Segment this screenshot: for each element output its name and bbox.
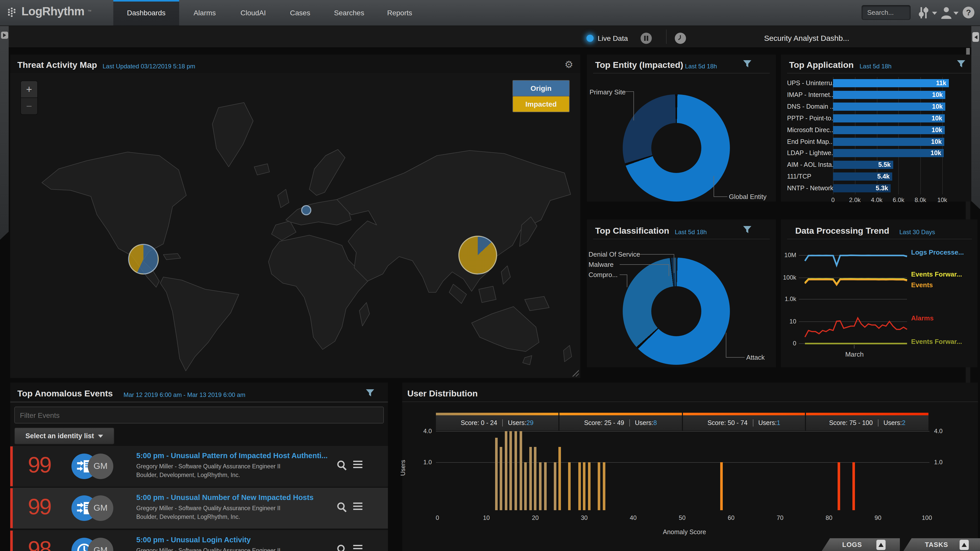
ud-histogram-bar[interactable] bbox=[558, 447, 561, 510]
nav-tab-cases[interactable]: Cases bbox=[278, 0, 322, 25]
trend-line-chart[interactable] bbox=[799, 232, 911, 352]
map-settings-gear-icon[interactable]: ⚙ bbox=[565, 59, 573, 70]
ud-histogram-bar[interactable] bbox=[519, 431, 522, 510]
help-icon[interactable]: ? bbox=[963, 6, 974, 18]
event-title[interactable]: 5:00 pm - Unusual Number of New Impacted… bbox=[136, 493, 313, 502]
logs-tab[interactable]: LOGS bbox=[822, 538, 900, 551]
app-bar[interactable]: 10k bbox=[833, 91, 945, 99]
app-bar[interactable]: 11k bbox=[833, 79, 949, 87]
map-marker-north-america[interactable] bbox=[128, 244, 159, 275]
classification-segment-label: Denial Of Service bbox=[589, 251, 640, 258]
expand-case-icon[interactable] bbox=[1, 32, 8, 39]
event-details-icon[interactable] bbox=[353, 503, 363, 512]
identity-list-dropdown[interactable]: Select an identity list bbox=[14, 427, 115, 445]
ud-histogram-bar[interactable] bbox=[510, 431, 512, 510]
nav-tab-searches[interactable]: Searches bbox=[322, 0, 376, 25]
time-range-icon[interactable] bbox=[675, 33, 686, 44]
top-entity-filter-icon[interactable] bbox=[743, 60, 752, 69]
event-search-icon[interactable] bbox=[336, 502, 348, 516]
ud-histogram-bar[interactable] bbox=[720, 462, 722, 510]
app-bar[interactable]: 10k bbox=[833, 149, 944, 157]
logo-text: LogRhythm bbox=[21, 5, 84, 18]
ud-histogram-bar[interactable] bbox=[554, 462, 556, 510]
ud-histogram-bar[interactable] bbox=[568, 462, 571, 510]
ud-histogram-bar[interactable] bbox=[544, 462, 546, 510]
app-bar-value: 5.4k bbox=[877, 173, 892, 180]
event-title[interactable]: 5:00 pm - Unusual Pattern of Impacted Ho… bbox=[136, 451, 328, 460]
top-application-bar-chart[interactable]: 02.0k4.0k6.0k8.0k10kUPS - Uninterru...11… bbox=[781, 55, 977, 202]
event-avatar: GM bbox=[88, 495, 113, 521]
ud-histogram-bar[interactable] bbox=[539, 462, 542, 510]
nav-tab-dashboards[interactable]: Dashboards bbox=[113, 0, 179, 25]
collapse-inspector-icon[interactable] bbox=[972, 32, 979, 42]
app-bar[interactable]: 10k bbox=[833, 138, 944, 146]
user-icon[interactable] bbox=[940, 6, 953, 19]
app-bar[interactable]: 10k bbox=[833, 103, 945, 111]
app-bar[interactable]: 5.3k bbox=[833, 184, 891, 192]
tasks-tab[interactable]: TASKS bbox=[904, 538, 980, 551]
app-xtick: 8.0k bbox=[910, 197, 931, 203]
ud-histogram-bar[interactable] bbox=[534, 447, 537, 510]
top-classification-filter-icon[interactable] bbox=[743, 225, 752, 235]
event-person: Gregory Miller - Software Quality Assura… bbox=[136, 505, 280, 511]
map-zoom-in-button[interactable]: + bbox=[21, 81, 38, 98]
ud-histogram-bar[interactable] bbox=[495, 437, 497, 510]
sliders-caret-icon[interactable] bbox=[932, 12, 937, 15]
event-search-icon[interactable] bbox=[336, 544, 348, 551]
ud-histogram-bar[interactable] bbox=[514, 431, 517, 510]
ud-histogram-bar[interactable] bbox=[588, 462, 590, 510]
event-row[interactable]: 99GM5:00 pm - Unusual Number of New Impa… bbox=[10, 488, 388, 529]
app-category-label: AIM - AOL Insta... bbox=[787, 162, 834, 168]
logs-expand-icon[interactable] bbox=[877, 540, 886, 550]
ud-histogram-bar[interactable] bbox=[529, 447, 531, 510]
ud-histogram-bar[interactable] bbox=[578, 462, 581, 510]
ud-histogram-bar[interactable] bbox=[852, 462, 855, 510]
map-marker-east-asia[interactable] bbox=[458, 236, 497, 275]
nav-tab-alarms[interactable]: Alarms bbox=[181, 0, 228, 25]
event-score: 99 bbox=[22, 494, 56, 519]
entity-label-connector bbox=[624, 91, 634, 121]
ud-histogram-bar[interactable] bbox=[524, 462, 527, 510]
world-map[interactable] bbox=[10, 73, 580, 378]
nav-tab-cloudai[interactable]: CloudAI bbox=[228, 0, 278, 25]
event-search-icon[interactable] bbox=[336, 460, 348, 474]
event-details-icon[interactable] bbox=[353, 461, 363, 470]
live-data-indicator[interactable] bbox=[587, 35, 593, 42]
app-bar[interactable]: 10k bbox=[833, 114, 945, 122]
trend-ytick: 10 bbox=[781, 318, 796, 325]
ud-histogram-bar[interactable] bbox=[603, 462, 605, 510]
event-row[interactable]: 99GM5:00 pm - Unusual Pattern of Impacte… bbox=[10, 446, 388, 487]
app-bar[interactable]: 5.4k bbox=[833, 172, 892, 181]
event-row[interactable]: 98GM5:00 pm - Unusual Login ActivityGreg… bbox=[10, 530, 388, 551]
filter-sliders-icon[interactable] bbox=[919, 6, 929, 19]
ud-histogram-bar[interactable] bbox=[505, 431, 508, 510]
filter-events-input[interactable] bbox=[14, 407, 384, 424]
map-marker-europe[interactable] bbox=[301, 205, 311, 215]
dashboard-title[interactable]: Security Analyst Dashb... bbox=[764, 34, 850, 42]
pause-button[interactable] bbox=[641, 33, 652, 44]
app-bar-value: 10k bbox=[931, 138, 944, 145]
app-bar[interactable]: 5.5k bbox=[833, 161, 893, 169]
user-caret-icon[interactable] bbox=[953, 12, 959, 15]
anomalous-filter-icon[interactable] bbox=[366, 389, 375, 398]
classification-segment-label: Compro... bbox=[589, 271, 617, 279]
event-title[interactable]: 5:00 pm - Unusual Login Activity bbox=[136, 536, 251, 544]
event-severity-bar bbox=[10, 530, 13, 551]
ud-histogram-bar[interactable] bbox=[838, 462, 840, 510]
ud-histogram-bar[interactable] bbox=[598, 462, 600, 510]
search-button[interactable]: Search... bbox=[862, 5, 911, 20]
current-case-tab[interactable] bbox=[0, 25, 9, 240]
ud-histogram-bar[interactable] bbox=[500, 447, 502, 510]
map-legend-origin-button[interactable]: Origin bbox=[512, 80, 570, 97]
tasks-expand-icon[interactable] bbox=[959, 540, 969, 550]
ud-histogram-bar[interactable] bbox=[583, 462, 585, 510]
inspector-tab[interactable] bbox=[971, 25, 980, 209]
trend-legend-item: Alarms bbox=[911, 314, 975, 322]
app-bar[interactable]: 10k bbox=[833, 126, 945, 134]
event-details-icon[interactable] bbox=[353, 545, 363, 551]
trend-legend-item: Logs Processe... bbox=[911, 248, 975, 256]
map-legend-impacted-button[interactable]: Impacted bbox=[512, 96, 570, 112]
user-distribution-histogram[interactable] bbox=[402, 383, 978, 551]
map-zoom-out-button[interactable]: − bbox=[21, 97, 38, 115]
nav-tab-reports[interactable]: Reports bbox=[376, 0, 423, 25]
